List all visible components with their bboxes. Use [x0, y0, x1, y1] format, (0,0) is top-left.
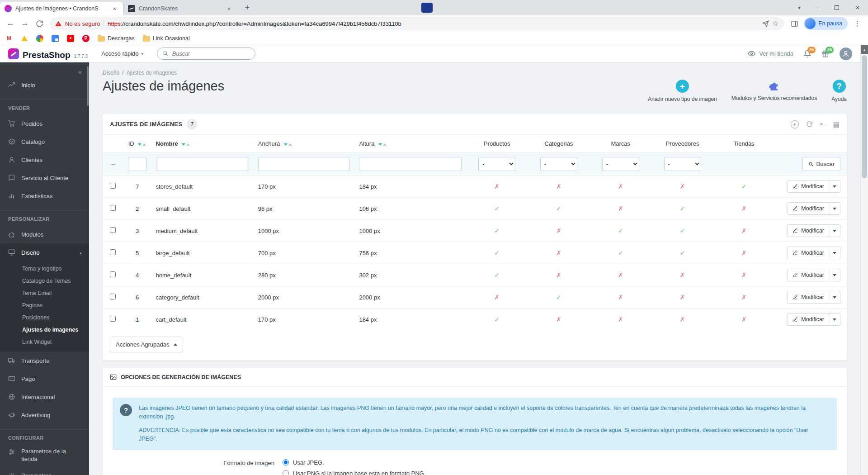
column-header-anchura[interactable]: Anchura — [254, 135, 355, 153]
recommended-modules-button[interactable]: Modulos y Servicios recomendados — [731, 80, 817, 102]
filter-select-proveedores[interactable]: - — [664, 157, 701, 171]
gmail-icon[interactable]: M — [5, 35, 13, 42]
drive-icon[interactable] — [21, 35, 28, 42]
submenu-item-tema-y-logotipo[interactable]: Tema y logotipo — [0, 262, 89, 275]
sidebar-item-modulos[interactable]: Modulos — [0, 225, 89, 243]
submenu-item-link-widget[interactable]: Link Widget — [0, 336, 89, 348]
modify-dropdown-caret[interactable] — [829, 314, 840, 325]
row-checkbox[interactable] — [110, 227, 116, 233]
sort-icons[interactable] — [138, 143, 146, 146]
sidebar-item-estadisticas[interactable]: Estadisticas — [0, 187, 89, 205]
url-text[interactable]: https://crandonskate.com/chwd/index.php?… — [108, 20, 758, 27]
maximize-button[interactable] — [826, 0, 847, 15]
panel-add-button[interactable]: + — [791, 120, 799, 128]
view-shop-link[interactable]: Ver mi tienda — [748, 50, 793, 57]
help-button[interactable]: ? Ayuda — [831, 80, 847, 102]
column-header-id[interactable]: ID — [123, 135, 151, 153]
radio-input[interactable] — [283, 459, 289, 466]
tab-close-icon[interactable]: ✕ — [111, 5, 118, 13]
filter-select-categorias[interactable]: - — [540, 157, 577, 171]
modify-button[interactable]: Modificar — [788, 314, 829, 325]
tabstrip-extension-chip[interactable] — [421, 3, 433, 13]
minimize-button[interactable] — [806, 0, 826, 15]
tab-search-chevron-icon[interactable]: ▾ — [793, 5, 806, 11]
admin-search[interactable] — [157, 48, 255, 60]
profile-chip[interactable]: En pausa — [804, 17, 848, 30]
submenu-item-ajustes-de-imagenes[interactable]: Ajustes de imagenes — [0, 323, 89, 336]
panel-refresh-button[interactable] — [806, 121, 813, 128]
sidebar-item-servicio-al-cliente[interactable]: Servicio al Cliente — [0, 169, 89, 187]
modify-button[interactable]: Modificar — [788, 180, 829, 192]
scrollbar-up-arrow[interactable]: ▴ — [861, 45, 868, 54]
breadcrumb-parent[interactable]: Diseño — [103, 70, 119, 76]
sidebar-item-diseno[interactable]: Diseño ▴ — [0, 243, 89, 261]
close-window-button[interactable]: ✕ — [847, 0, 868, 15]
submenu-item-posiciones[interactable]: Posiciones — [0, 311, 89, 323]
modify-dropdown-caret[interactable] — [829, 269, 840, 281]
filter-name-input[interactable] — [156, 157, 249, 171]
window-scrollbar[interactable]: ▴ — [860, 45, 868, 475]
radio-use-jpeg[interactable]: Usar JPEG. — [283, 459, 425, 466]
row-checkbox[interactable] — [110, 183, 116, 189]
modify-button[interactable]: Modificar — [788, 291, 829, 303]
sort-icons[interactable] — [284, 143, 292, 146]
sidebar-item-parametros-de-la-tienda[interactable]: Parametros de la tienda — [0, 444, 89, 467]
modify-dropdown-caret[interactable] — [829, 291, 840, 303]
sidebar-item-pago[interactable]: Pago — [0, 370, 89, 388]
modify-dropdown-caret[interactable] — [829, 180, 840, 192]
side-panel-button[interactable] — [788, 17, 801, 30]
filter-select-productos[interactable]: - — [478, 157, 515, 171]
reload-button[interactable] — [33, 17, 46, 30]
sidebar-item-inicio[interactable]: Inicio — [0, 76, 89, 94]
admin-search-input[interactable] — [172, 51, 250, 57]
sidebar-item-parametros[interactable]: Parametros — [0, 467, 89, 475]
filter-width-input[interactable] — [258, 157, 350, 171]
sidebar-item-advertising[interactable]: Advertising — [0, 406, 89, 424]
pinterest-icon[interactable]: P — [82, 35, 90, 42]
modify-button[interactable]: Modificar — [788, 203, 829, 214]
row-checkbox[interactable] — [110, 316, 116, 322]
prestashop-logo[interactable]: PrestaShop 1.7.7.3 — [8, 48, 88, 59]
add-image-type-button[interactable]: + Añadir nuevo tipo de imagen — [648, 80, 717, 102]
sidebar-item-catalogo[interactable]: Catalogo — [0, 133, 89, 151]
bookmark-folder-link-ocasional[interactable]: Link Ocasional — [143, 35, 190, 42]
forward-button[interactable]: → — [18, 17, 32, 30]
browser-menu-button[interactable]: ⋮ — [850, 19, 864, 28]
share-button[interactable] — [762, 20, 769, 27]
sidebar-scrollbar-thumb[interactable] — [87, 66, 89, 106]
submenu-item-paginas[interactable]: Paginas — [0, 299, 89, 311]
youtube-icon[interactable] — [67, 35, 74, 42]
sidebar-item-pedidos[interactable]: Pedidos — [0, 114, 89, 133]
panel-sql-console-button[interactable]: >_ — [820, 122, 826, 127]
radio-input[interactable] — [283, 470, 289, 475]
not-secure-label[interactable]: No es seguro — [65, 20, 100, 27]
column-header-altura[interactable]: Altura — [354, 135, 466, 153]
scrollbar-thumb[interactable] — [862, 55, 867, 178]
sort-icons[interactable] — [378, 143, 387, 146]
back-button[interactable]: ← — [4, 17, 17, 30]
row-checkbox[interactable] — [110, 205, 116, 211]
filter-select-marcas[interactable]: - — [602, 157, 639, 171]
modify-button[interactable]: Modificar — [788, 269, 829, 281]
sort-icons[interactable] — [182, 143, 190, 146]
user-avatar[interactable] — [840, 48, 852, 60]
submenu-item-catalogo-de-temas[interactable]: Catalogo de Temas — [0, 275, 89, 287]
row-checkbox[interactable] — [110, 249, 116, 255]
bookmark-folder-descargas[interactable]: Descargas — [98, 35, 135, 42]
filter-search-button[interactable]: Buscar — [802, 157, 840, 171]
filter-height-input[interactable] — [359, 157, 461, 171]
browser-tab-active[interactable]: Ajustes de imágenes • CrandonS ✕ — [0, 2, 123, 15]
bulk-actions-button[interactable]: Acciones Agrupadas — [110, 337, 183, 352]
messages-button[interactable]: 26 — [821, 50, 830, 58]
radio-use-png-if-base-png[interactable]: Usar PNG si la imagen base esta en forma… — [283, 470, 425, 475]
quick-access-dropdown[interactable]: Acceso rápido ▾ — [101, 50, 143, 57]
modify-dropdown-caret[interactable] — [829, 203, 840, 214]
panel-export-button[interactable]: ▤ — [833, 120, 840, 128]
notifications-button[interactable]: 25 — [803, 50, 811, 58]
sidebar-item-internacional[interactable]: Internacional — [0, 388, 89, 406]
modify-dropdown-caret[interactable] — [829, 225, 840, 237]
browser-tab-inactive[interactable]: CrandonSkates ✕ — [123, 2, 237, 15]
new-tab-button[interactable]: + — [241, 1, 254, 14]
sidebar-collapse-button[interactable]: « — [78, 68, 82, 76]
submenu-item-tema-email[interactable]: Tema Email — [0, 287, 89, 299]
